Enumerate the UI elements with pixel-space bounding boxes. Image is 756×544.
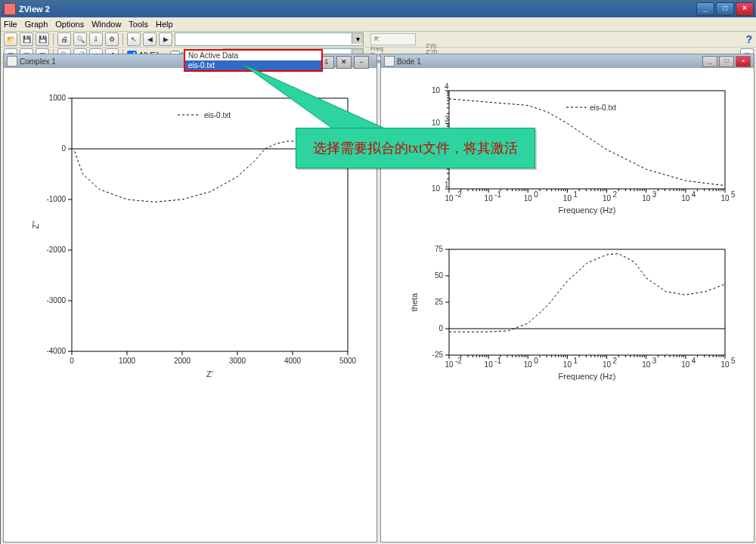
svg-text:0: 0 [61,144,66,153]
child-max-button[interactable]: □ [719,56,734,67]
svg-text:10: 10 [720,194,730,202]
menubar: File Graph Options Window Tools Help [1,17,756,32]
svg-text:-25: -25 [432,351,444,359]
bode-phase-chart: 10-210-1100101102103104105-250255075Freq… [389,242,744,393]
callout-text: 选择需要拟合的txt文件，将其激活 [296,128,535,168]
svg-text:10: 10 [720,360,730,369]
app-titlebar: ZView 2 _ □ × [1,1,756,17]
menu-graph[interactable]: Graph [25,20,48,29]
print-icon[interactable]: 🖨 [57,32,71,46]
svg-text:4000: 4000 [284,357,302,365]
svg-text:1: 1 [573,190,578,199]
pointer-icon[interactable]: ↖ [127,32,141,46]
svg-rect-151 [449,249,725,355]
svg-text:10: 10 [485,360,494,369]
svg-text:1000: 1000 [119,357,136,365]
open-icon[interactable]: 📂 [4,32,17,46]
child-close-button[interactable]: × [736,56,751,67]
status-num: #: [374,35,380,42]
svg-text:10: 10 [485,194,494,202]
tool-icon[interactable]: ⚙ [105,32,119,46]
svg-text:10: 10 [563,194,572,202]
svg-text:4: 4 [692,190,696,199]
dropdown-arrow-icon[interactable]: ▾ [352,33,363,44]
svg-text:0: 0 [534,190,538,199]
svg-text:-2: -2 [455,190,462,199]
svg-text:Z'': Z'' [31,221,40,229]
svg-text:10: 10 [445,194,454,202]
svg-text:5: 5 [731,357,736,365]
app-icon [4,3,16,15]
svg-text:3: 3 [652,190,657,199]
svg-text:10: 10 [563,360,572,369]
svg-text:2: 2 [613,357,618,365]
menu-tools[interactable]: Tools [129,20,148,29]
close-button[interactable]: × [736,2,754,16]
svg-text:Frequency (Hz): Frequency (Hz) [559,206,616,215]
svg-text:eis-0.txt: eis-0.txt [204,111,231,119]
saveall-icon[interactable]: 💾 [36,32,49,46]
back-icon[interactable]: ◀ [143,32,156,46]
combo-1[interactable]: ▾ [175,32,364,46]
menu-help[interactable]: Help [156,20,173,29]
help-icon[interactable]: ? [745,33,752,45]
svg-text:Z': Z' [206,369,213,379]
svg-text:-1: -1 [494,357,501,365]
save-icon[interactable]: 💾 [20,32,33,46]
svg-text:75: 75 [435,245,444,253]
window-buttons: _ □ × [696,2,754,16]
svg-text:0: 0 [534,357,538,365]
svg-text:10: 10 [642,360,651,369]
callout-box: 选择需要拟合的txt文件，将其激活 [296,128,535,168]
svg-text:1000: 1000 [49,94,67,102]
svg-text:-2: -2 [455,357,462,365]
svg-text:10: 10 [642,194,651,202]
menu-file[interactable]: File [4,20,17,29]
menu-options[interactable]: Options [55,20,84,29]
svg-text:0: 0 [70,357,74,365]
svg-text:5000: 5000 [339,357,357,365]
fwd-icon[interactable]: ▶ [159,32,172,46]
svg-text:10: 10 [603,360,612,369]
export-icon[interactable]: ⇩ [89,32,103,46]
svg-text:-1000: -1000 [46,195,66,203]
svg-text:2000: 2000 [174,357,191,365]
svg-text:10: 10 [681,194,690,202]
svg-text:10: 10 [524,194,533,202]
menu-window[interactable]: Window [91,20,121,29]
svg-text:10: 10 [681,360,690,369]
dropdown-option-0[interactable]: No Active Data [185,51,321,60]
preview-icon[interactable]: 🔍 [73,32,87,46]
svg-text:1: 1 [573,357,578,365]
child-complex-title: Complex 1 [20,57,56,66]
svg-text:10: 10 [432,184,441,193]
child-min-button[interactable]: _ [702,56,717,67]
svg-text:-4000: -4000 [46,347,66,355]
svg-text:0: 0 [438,324,443,332]
svg-text:50: 50 [435,271,444,280]
maximize-button[interactable]: □ [716,2,734,16]
svg-text:10: 10 [445,360,454,369]
svg-text:theta: theta [410,292,419,311]
svg-text:-1: -1 [494,190,501,199]
svg-text:2: 2 [613,190,618,199]
svg-text:Frequency (Hz): Frequency (Hz) [559,372,616,381]
svg-text:25: 25 [435,298,444,306]
minimize-button[interactable]: _ [696,2,714,16]
svg-text:eis-0.txt: eis-0.txt [590,104,616,112]
svg-text:3000: 3000 [229,357,246,365]
status-left: #: [370,33,416,45]
svg-text:10: 10 [524,360,533,369]
svg-text:-2000: -2000 [46,246,66,254]
svg-text:5: 5 [731,190,736,199]
child-window-icon [7,56,17,66]
svg-text:4: 4 [692,357,696,365]
svg-text:10: 10 [603,194,612,202]
svg-text:-3000: -3000 [46,296,66,304]
app-title: ZView 2 [19,5,50,14]
svg-text:3: 3 [652,357,657,365]
